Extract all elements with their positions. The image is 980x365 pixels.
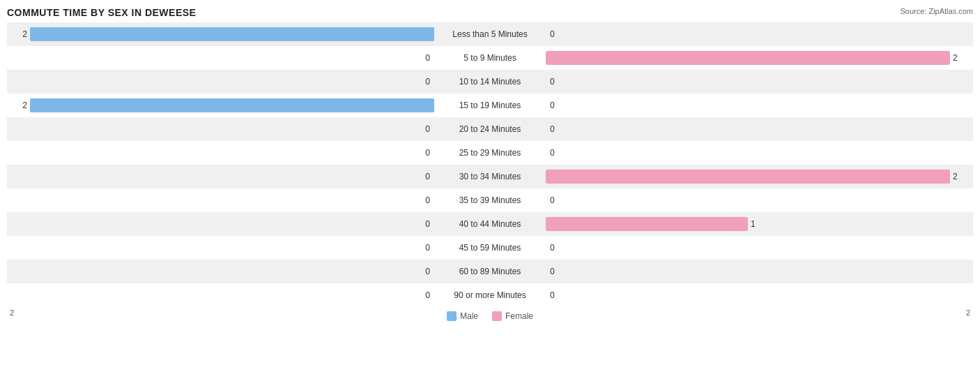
row-label: 20 to 24 Minutes	[434, 124, 546, 134]
female-value: 0	[550, 290, 555, 300]
female-value: 0	[550, 148, 555, 158]
male-value: 2	[22, 29, 27, 39]
legend-female: Female	[492, 311, 533, 321]
female-value: 2	[953, 53, 958, 63]
bar-row: 60 to 89 Minutes00	[7, 260, 973, 283]
male-value: 0	[425, 195, 430, 205]
row-label: 60 to 89 Minutes	[434, 267, 546, 276]
bar-row: 5 to 9 Minutes02	[7, 46, 973, 70]
legend-female-label: Female	[505, 311, 533, 321]
legend-male-label: Male	[460, 311, 478, 321]
male-value: 2	[22, 100, 27, 110]
male-value: 0	[425, 124, 430, 134]
bar-row: 35 to 39 Minutes00	[7, 188, 973, 212]
source-label: Source: ZipAtlas.com	[900, 7, 973, 15]
male-value: 0	[425, 172, 430, 181]
bar-row: 10 to 14 Minutes00	[7, 70, 973, 94]
bar-row: 25 to 29 Minutes00	[7, 141, 973, 165]
female-value: 0	[550, 195, 555, 205]
female-bar	[546, 170, 950, 184]
bar-row: 45 to 59 Minutes00	[7, 236, 973, 260]
legend-male: Male	[447, 311, 478, 321]
chart-container: COMMUTE TIME BY SEX IN DEWEESE Source: Z…	[0, 0, 980, 365]
female-value: 0	[550, 243, 555, 253]
female-value: 1	[751, 219, 756, 229]
male-bar	[30, 98, 434, 112]
row-label: 40 to 44 Minutes	[434, 219, 546, 229]
axis-right: 2	[966, 308, 970, 321]
male-value: 0	[425, 267, 430, 276]
bar-row: 40 to 44 Minutes01	[7, 212, 973, 236]
male-bar	[30, 27, 434, 41]
row-label: 45 to 59 Minutes	[434, 243, 546, 253]
female-bar	[546, 217, 748, 231]
row-label: 25 to 29 Minutes	[434, 148, 546, 158]
bar-row: 20 to 24 Minutes00	[7, 117, 973, 141]
bar-row: Less than 5 Minutes20	[7, 22, 973, 46]
female-value: 2	[953, 172, 958, 181]
bar-row: 30 to 34 Minutes02	[7, 165, 973, 188]
row-label: 10 to 14 Minutes	[434, 77, 546, 87]
bar-row: 90 or more Minutes00	[7, 283, 973, 307]
row-label: 35 to 39 Minutes	[434, 195, 546, 205]
row-label: 15 to 19 Minutes	[434, 100, 546, 110]
male-value: 0	[425, 53, 430, 63]
female-value: 0	[550, 124, 555, 134]
chart-title: COMMUTE TIME BY SEX IN DEWEESE	[7, 7, 973, 18]
male-value: 0	[425, 219, 430, 229]
male-value: 0	[425, 243, 430, 253]
axis-left: 2	[10, 308, 14, 321]
row-label: 90 or more Minutes	[434, 290, 546, 300]
male-value: 0	[425, 77, 430, 87]
chart-inner: Less than 5 Minutes205 to 9 Minutes0210 …	[7, 22, 973, 307]
row-label: Less than 5 Minutes	[434, 29, 546, 39]
female-value: 0	[550, 77, 555, 87]
female-bar	[546, 51, 950, 65]
bar-row: 15 to 19 Minutes20	[7, 94, 973, 117]
axis-labels: 2 Male Female 2	[7, 307, 973, 322]
chart-legend: Male Female	[447, 311, 533, 321]
row-label: 30 to 34 Minutes	[434, 172, 546, 181]
female-swatch	[492, 311, 502, 321]
row-label: 5 to 9 Minutes	[434, 53, 546, 63]
male-value: 0	[425, 148, 430, 158]
male-swatch	[447, 311, 457, 321]
female-value: 0	[550, 267, 555, 276]
male-value: 0	[425, 290, 430, 300]
female-value: 0	[550, 100, 555, 110]
female-value: 0	[550, 29, 555, 39]
